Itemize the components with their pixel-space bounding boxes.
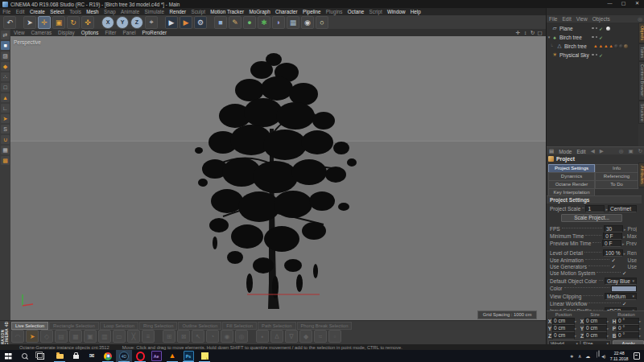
search-icon[interactable]: ◎ [635, 16, 644, 23]
edges-mode-icon[interactable]: □ [1, 83, 10, 92]
x-axis-lock[interactable]: X [101, 16, 114, 29]
shelf-tab-loop-selection[interactable]: Loop Selection [100, 322, 138, 330]
pan-view-icon[interactable]: ✛ [514, 30, 522, 36]
section-header[interactable]: Project Settings [547, 195, 642, 204]
om-menu-file[interactable]: File [547, 16, 559, 22]
menu-tools[interactable]: Tools [67, 9, 84, 14]
minimum-time-input[interactable]: 0 F [603, 232, 622, 240]
lock-workplane-icon[interactable]: ▩ [1, 156, 10, 165]
close-button[interactable]: ✕ [630, 0, 644, 8]
tray-misc-icon[interactable]: ∗ [568, 353, 576, 359]
volume-icon[interactable]: ◂) [600, 353, 608, 359]
menu-simulate[interactable]: Simulate [142, 9, 167, 14]
z-axis-lock[interactable]: Z [130, 16, 143, 29]
model-mode-icon[interactable]: ■ [1, 41, 10, 50]
menu-sculpt[interactable]: Sculpt [188, 9, 208, 14]
shelf-tab-outline-selection[interactable]: Outline Selection [178, 322, 221, 330]
make-editable-icon[interactable]: ⇄ [1, 31, 10, 39]
default-object-color-dropdown[interactable]: Gray Blue▾ [605, 278, 637, 285]
menu-mograph[interactable]: MoGraph [246, 9, 273, 14]
enabled-check-icon[interactable]: ✓ [599, 35, 603, 40]
vp-menu-cameras[interactable]: Cameras [28, 30, 56, 35]
sticky-notes-icon[interactable] [196, 350, 213, 362]
enable-axis-icon[interactable]: ➤ [1, 114, 10, 123]
environment-floor-button[interactable]: ▦ [287, 16, 299, 29]
shelf-tab-live-selection[interactable]: Live Selection [11, 322, 48, 330]
menu-window[interactable]: Window [385, 9, 408, 14]
shelf-tool-icon[interactable]: ◉ [221, 330, 233, 343]
position-y-input[interactable]: 0 cm [552, 325, 575, 332]
level-of-detail-input[interactable]: 100 % [603, 249, 622, 257]
fps-input[interactable]: 30 [604, 225, 623, 232]
shelf-tool-icon[interactable]: ◆ [299, 330, 312, 343]
menu-animate[interactable]: Animate [118, 9, 142, 14]
shelf-tool-icon[interactable]: ▥ [98, 330, 111, 343]
shelf-tool-icon[interactable]: ▤ [55, 330, 68, 343]
tab-content-browser[interactable]: Content Browser [638, 61, 644, 100]
warning-icon[interactable]: ▲ [598, 44, 602, 48]
shelf-tool-icon[interactable]: ╳ [127, 330, 140, 343]
last-tool[interactable]: ✜ [81, 16, 94, 29]
search-button[interactable] [16, 350, 32, 362]
maximize-button[interactable]: ▢ [617, 0, 630, 8]
om-menu-edit[interactable]: Edit [559, 16, 573, 22]
menu-character[interactable]: Character [273, 9, 300, 14]
om-menu-objects[interactable]: Objects [590, 16, 613, 22]
coordinate-system-icon[interactable]: ⌖ [145, 16, 158, 29]
material-tag[interactable] [624, 44, 628, 48]
mail-icon[interactable]: ✉ [84, 350, 100, 362]
shelf-tool-icon[interactable]: ◎ [235, 330, 248, 343]
menu-motion-tracker[interactable]: Motion Tracker [208, 9, 246, 14]
warning-icon[interactable]: ▲ [593, 44, 597, 48]
shelf-tab-ring-selection[interactable]: Ring Selection [139, 322, 177, 330]
light-button[interactable]: ○ [316, 16, 328, 29]
shelf-tool-icon[interactable]: ▫ [328, 330, 341, 343]
vp-menu-prorender[interactable]: ProRender [139, 30, 170, 35]
shelf-tool-icon[interactable]: ⊠ [177, 330, 190, 343]
shelf-tool-icon[interactable]: ▦ [69, 330, 82, 343]
after-effects-icon[interactable]: Ae [148, 350, 164, 362]
live-selection-icon[interactable]: ➤ [26, 330, 39, 343]
shelf-tool-icon[interactable]: ▪ [256, 330, 269, 343]
shelf-tool-icon[interactable]: ▣ [84, 330, 97, 343]
warning-icon[interactable]: ▲ [604, 44, 608, 48]
spline-pen-button[interactable]: ✎ [229, 16, 242, 29]
material-tag[interactable] [606, 27, 610, 31]
task-view-button[interactable] [32, 350, 48, 362]
minimize-button[interactable]: — [603, 0, 617, 8]
vlc-icon[interactable]: ▲ [164, 350, 180, 362]
object-row-physical-sky[interactable]: ☀ Physical Sky ✓ [547, 51, 638, 59]
workplane-paint-icon[interactable]: ◆ [1, 62, 10, 71]
shelf-tool-icon[interactable]: ∆ [270, 330, 283, 343]
tab-to-do[interactable]: To Do [595, 180, 638, 189]
store-icon[interactable] [68, 350, 84, 362]
object-row-birch-child[interactable]: └ △ Birch tree ▲ ▲ ▲ ▲ [547, 42, 638, 50]
file-explorer-icon[interactable] [52, 350, 68, 362]
render-settings-button[interactable]: ⚙ [194, 16, 207, 29]
opera-icon[interactable] [132, 350, 148, 362]
cinema4d-taskbar-icon[interactable]: 4D [116, 350, 132, 362]
rotate-view-icon[interactable]: ↻ [529, 30, 536, 36]
shelf-tool-icon[interactable]: ◠ [11, 330, 24, 343]
snap-toggle-icon[interactable]: S [1, 125, 10, 134]
menu-create[interactable]: Create [27, 9, 47, 14]
visibility-dots[interactable] [592, 54, 597, 56]
add-primitive-cube-button[interactable]: ■ [214, 16, 227, 29]
network-icon[interactable] [592, 353, 600, 359]
live-selection-tool[interactable]: ➤ [23, 16, 36, 29]
vp-menu-options[interactable]: Options [78, 30, 102, 35]
om-menu-view[interactable]: View [574, 16, 590, 22]
object-row-plane[interactable]: ▱ Plane ✓ [547, 24, 638, 32]
size-z-input[interactable]: 0 cm [584, 332, 607, 339]
tab-objects[interactable]: Objects [638, 23, 644, 43]
tab-takes[interactable]: Takes [638, 43, 644, 61]
material-tag[interactable] [614, 44, 618, 48]
shelf-tool-icon[interactable]: ≈ [314, 330, 327, 343]
menu-octane[interactable]: Octane [345, 9, 367, 14]
tab-attributes[interactable]: Attributes [638, 162, 644, 187]
shelf-tab-rectangle-selection[interactable]: Rectangle Selection [49, 322, 99, 330]
warning-icon[interactable]: ▲ [609, 44, 613, 48]
position-x-input[interactable]: 0 cm [552, 318, 575, 325]
size-x-input[interactable]: 0 cm [584, 318, 607, 325]
linear-workflow-checkbox[interactable]: ✓ [622, 301, 637, 307]
